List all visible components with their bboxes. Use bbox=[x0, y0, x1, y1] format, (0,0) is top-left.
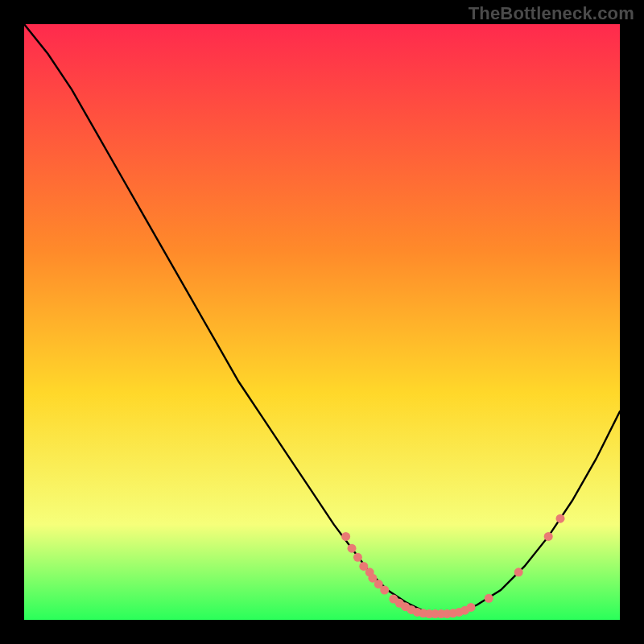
chart-frame: TheBottleneck.com bbox=[0, 0, 644, 644]
data-point bbox=[556, 514, 565, 523]
data-point bbox=[485, 594, 493, 603]
data-point bbox=[544, 532, 553, 541]
data-point bbox=[467, 603, 476, 612]
data-point bbox=[353, 553, 362, 562]
data-point bbox=[514, 568, 523, 576]
plot-area bbox=[24, 24, 620, 620]
data-point bbox=[348, 544, 357, 553]
data-point bbox=[380, 586, 389, 595]
bottleneck-chart bbox=[24, 24, 620, 620]
watermark-text: TheBottleneck.com bbox=[469, 3, 634, 24]
heat-background bbox=[24, 24, 620, 620]
data-point bbox=[341, 532, 350, 541]
